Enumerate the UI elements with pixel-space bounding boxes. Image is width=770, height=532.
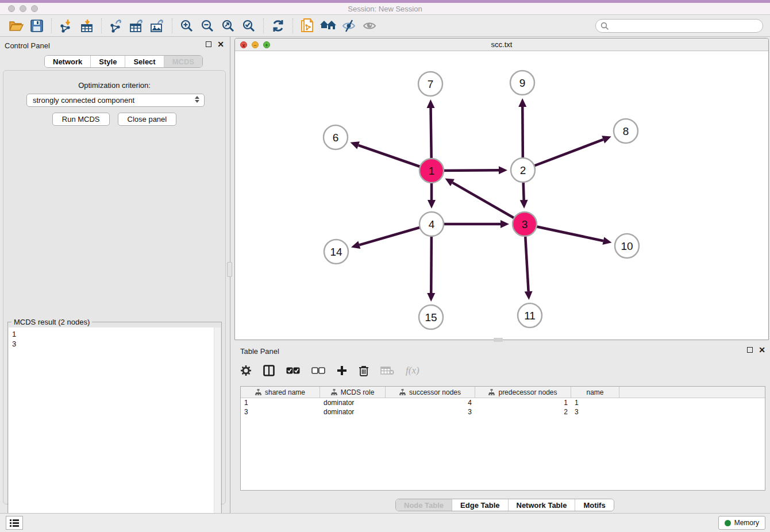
tab-mcds[interactable]: MCDS bbox=[164, 56, 202, 67]
gear-icon bbox=[240, 365, 252, 376]
create-column-button[interactable] bbox=[337, 365, 347, 376]
table-panel-header: Table Panel ✕ bbox=[231, 342, 770, 356]
close-table-panel-icon[interactable]: ✕ bbox=[759, 347, 765, 353]
save-session-button[interactable] bbox=[26, 17, 47, 34]
trash-icon bbox=[359, 365, 369, 376]
table-header-row: shared name MCDS role successor nodes pr… bbox=[241, 387, 765, 398]
toolbar-separator bbox=[172, 18, 172, 33]
search-input[interactable] bbox=[609, 22, 758, 30]
cell-name[interactable]: 3 bbox=[571, 407, 619, 417]
task-history-button[interactable] bbox=[6, 516, 23, 530]
zoom-out-button[interactable] bbox=[197, 17, 218, 34]
mcds-result-scrollbar[interactable] bbox=[214, 327, 221, 532]
node-table[interactable]: shared name MCDS role successor nodes pr… bbox=[240, 386, 765, 491]
zoom-in-button[interactable] bbox=[176, 17, 197, 34]
eye-icon bbox=[362, 20, 377, 32]
zoom-fit-icon bbox=[221, 19, 235, 33]
float-panel-icon[interactable] bbox=[206, 41, 211, 47]
cell-shared-name[interactable]: 1 bbox=[241, 398, 320, 407]
graph-edge-arrowhead bbox=[428, 200, 436, 209]
export-image-button[interactable] bbox=[147, 17, 168, 34]
cell-mcds-role[interactable]: dominator bbox=[320, 398, 386, 407]
show-all-button[interactable] bbox=[359, 17, 380, 34]
zoom-selected-button[interactable] bbox=[238, 17, 259, 34]
close-panel-icon[interactable]: ✕ bbox=[217, 41, 224, 47]
open-folder-icon bbox=[9, 20, 24, 32]
graph-node-label: 11 bbox=[524, 310, 536, 322]
column-header-name[interactable]: name bbox=[571, 387, 619, 398]
close-panel-button[interactable]: Close panel bbox=[118, 113, 177, 126]
show-column-button[interactable] bbox=[263, 365, 275, 376]
column-header-predecessor-nodes[interactable]: predecessor nodes bbox=[475, 387, 571, 398]
network-canvas[interactable]: 7968124314101511 bbox=[235, 51, 768, 340]
column-header-successor-nodes[interactable]: successor nodes bbox=[386, 387, 475, 398]
cell-mcds-role[interactable]: dominator bbox=[320, 407, 386, 417]
column-label: name bbox=[586, 388, 603, 396]
import-table-icon bbox=[80, 19, 94, 33]
memory-label: Memory bbox=[734, 519, 759, 527]
dropdown-stepper-icon bbox=[195, 96, 199, 103]
table-settings-button[interactable] bbox=[240, 365, 252, 376]
tab-network-table[interactable]: Network Table bbox=[509, 499, 576, 511]
export-table-button[interactable] bbox=[126, 17, 147, 34]
cell-name[interactable]: 1 bbox=[571, 398, 619, 407]
tab-node-table[interactable]: Node Table bbox=[396, 499, 452, 511]
graph-node-label: 6 bbox=[333, 132, 339, 144]
table-row[interactable]: 3 dominator 3 2 3 bbox=[241, 407, 765, 417]
cell-successor-nodes[interactable]: 3 bbox=[386, 407, 475, 417]
graph-edge-2-8[interactable] bbox=[523, 140, 603, 170]
graph-edge-arrowhead bbox=[499, 166, 507, 174]
tab-select[interactable]: Select bbox=[125, 56, 164, 67]
search-field[interactable] bbox=[595, 19, 763, 33]
network-graph-svg[interactable]: 7968124314101511 bbox=[235, 51, 768, 340]
checked-boxes-icon bbox=[286, 367, 300, 374]
mcds-result-group: MCDS result (2 nodes) 1 3 bbox=[7, 322, 222, 532]
export-network-button[interactable] bbox=[106, 17, 126, 34]
memory-status-icon bbox=[725, 520, 731, 526]
toolbar-separator bbox=[101, 18, 102, 33]
tab-motifs[interactable]: Motifs bbox=[575, 499, 613, 511]
unselect-all-columns-button[interactable] bbox=[311, 367, 325, 374]
memory-button[interactable]: Memory bbox=[718, 516, 765, 530]
eye-slash-icon bbox=[341, 20, 356, 32]
new-network-from-selection-button[interactable] bbox=[297, 17, 318, 34]
delete-column-button[interactable] bbox=[359, 365, 369, 376]
graph-node-label: 3 bbox=[522, 218, 528, 230]
cell-shared-name[interactable]: 3 bbox=[241, 407, 320, 417]
delete-table-button-disabled bbox=[380, 366, 394, 375]
run-mcds-button[interactable]: Run MCDS bbox=[52, 113, 110, 126]
optimization-criterion-label: Optimization criterion: bbox=[3, 81, 225, 90]
column-label: predecessor nodes bbox=[498, 388, 557, 396]
function-builder-button-disabled: f(x) bbox=[406, 365, 419, 376]
network-window-titlebar[interactable]: x − + scc.txt bbox=[235, 38, 768, 51]
graph-node-label: 15 bbox=[425, 311, 437, 323]
open-file-button[interactable] bbox=[6, 17, 26, 34]
hierarchy-icon bbox=[255, 389, 261, 395]
workspace: Control Panel ✕ Network Style Select MCD… bbox=[0, 37, 770, 513]
column-header-shared-name[interactable]: shared name bbox=[241, 387, 320, 398]
column-header-mcds-role[interactable]: MCDS role bbox=[320, 387, 386, 398]
first-neighbors-button[interactable] bbox=[318, 17, 338, 34]
apply-layout-button[interactable] bbox=[268, 17, 288, 34]
network-resize-handle[interactable] bbox=[494, 338, 503, 342]
tab-edge-table[interactable]: Edge Table bbox=[452, 499, 508, 511]
optimization-criterion-dropdown[interactable]: strongly connected component bbox=[26, 94, 205, 107]
hierarchy-icon bbox=[399, 389, 406, 395]
float-table-panel-icon[interactable] bbox=[747, 347, 753, 353]
graph-node-label: 14 bbox=[330, 246, 342, 258]
table-row[interactable]: 1 dominator 4 1 1 bbox=[241, 398, 765, 407]
cell-successor-nodes[interactable]: 4 bbox=[386, 398, 475, 407]
table-panel: Table Panel ✕ bbox=[231, 342, 770, 513]
list-icon bbox=[10, 519, 19, 527]
graph-node-label: 2 bbox=[520, 164, 526, 176]
select-all-columns-button[interactable] bbox=[286, 367, 300, 374]
zoom-fit-button[interactable] bbox=[218, 17, 238, 34]
mcds-result-textarea[interactable]: 1 3 bbox=[9, 327, 221, 532]
hide-selected-button[interactable] bbox=[338, 17, 359, 34]
tab-network[interactable]: Network bbox=[45, 56, 91, 67]
cell-predecessor-nodes[interactable]: 1 bbox=[475, 398, 571, 407]
import-network-button[interactable] bbox=[56, 17, 76, 34]
cell-predecessor-nodes[interactable]: 2 bbox=[475, 407, 571, 417]
import-table-button[interactable] bbox=[76, 17, 97, 34]
tab-style[interactable]: Style bbox=[91, 56, 125, 67]
